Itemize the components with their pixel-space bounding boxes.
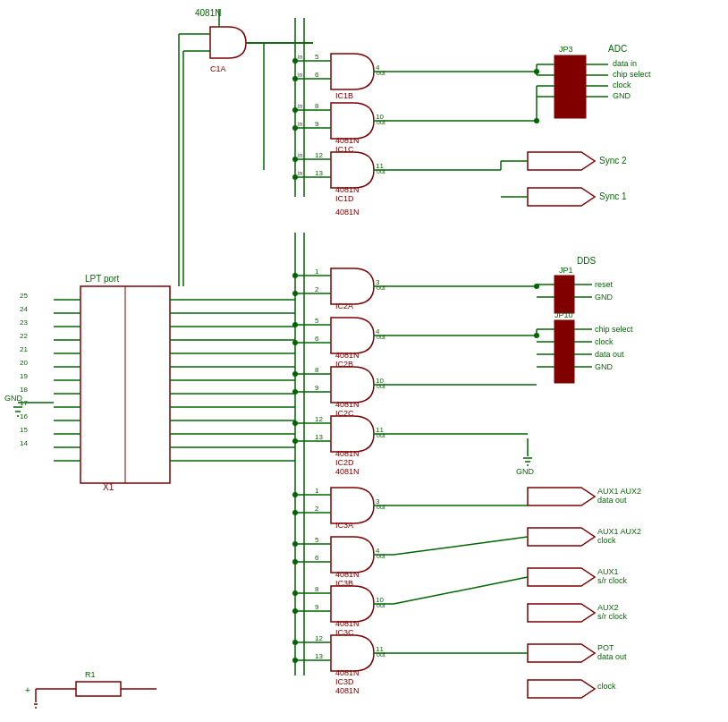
svg-text:6: 6 [315,71,319,79]
svg-text:in: in [298,72,303,78]
svg-text:Sync 2: Sync 2 [599,156,627,166]
svg-text:4081N: 4081N [335,449,360,458]
svg-text:data out: data out [597,496,627,505]
svg-text:8: 8 [315,366,319,374]
svg-text:s/r clock: s/r clock [597,576,628,585]
svg-text:DDS: DDS [577,256,596,266]
svg-text:18: 18 [20,386,28,394]
svg-text:25: 25 [20,292,28,300]
svg-text:8: 8 [315,585,319,593]
svg-text:out: out [377,602,385,608]
svg-rect-65 [554,55,586,118]
svg-text:14: 14 [20,439,28,447]
svg-text:clock: clock [595,337,614,346]
svg-text:out: out [377,168,385,174]
svg-text:out: out [377,383,385,389]
svg-text:data out: data out [597,652,627,661]
svg-text:ADC: ADC [608,44,627,54]
svg-text:13: 13 [315,433,323,441]
svg-text:13: 13 [315,652,323,660]
svg-text:4081N: 4081N [335,570,360,579]
svg-text:4081N: 4081N [335,668,360,677]
svg-text:R1: R1 [85,670,96,679]
svg-text:24: 24 [20,305,28,313]
svg-text:9: 9 [315,603,319,611]
svg-text:POT: POT [597,643,614,652]
svg-text:out: out [377,334,385,340]
svg-text:out: out [377,119,385,125]
svg-text:13: 13 [315,169,323,177]
svg-text:5: 5 [315,536,319,544]
svg-text:IC3D: IC3D [335,677,354,686]
svg-marker-93 [528,604,595,622]
svg-text:AUX2: AUX2 [597,603,619,612]
svg-text:22: 22 [20,332,28,340]
svg-text:5: 5 [315,53,319,61]
svg-text:in: in [298,121,303,127]
svg-text:2: 2 [315,285,319,293]
svg-point-148 [534,284,539,289]
svg-text:X1: X1 [103,482,114,492]
svg-text:+: + [25,685,30,695]
svg-rect-97 [76,682,121,696]
svg-rect-74 [554,276,574,313]
svg-text:5: 5 [315,317,319,325]
svg-marker-91 [528,528,595,546]
svg-text:4081N: 4081N [335,136,360,145]
svg-text:19: 19 [20,372,28,380]
svg-text:6: 6 [315,554,319,562]
svg-text:4081N: 4081N [335,185,360,194]
svg-text:data in: data in [613,59,637,68]
svg-text:2: 2 [315,505,319,513]
svg-text:JP10: JP10 [554,310,573,319]
svg-text:AUX1 AUX2: AUX1 AUX2 [597,527,641,536]
svg-text:4081N: 4081N [335,400,360,409]
svg-text:chip select: chip select [595,325,633,334]
svg-text:IC2D: IC2D [335,458,354,467]
svg-text:GND: GND [4,394,23,403]
svg-text:IC1C: IC1C [335,145,354,154]
svg-text:AUX1 AUX2: AUX1 AUX2 [597,487,641,496]
svg-text:GND: GND [613,91,631,100]
svg-text:IC3B: IC3B [335,579,353,588]
svg-text:clock: clock [597,682,616,691]
svg-marker-94 [528,644,595,662]
svg-text:out: out [377,504,385,510]
svg-text:23: 23 [20,319,28,327]
svg-rect-79 [554,320,574,383]
svg-text:in: in [298,103,303,109]
svg-text:4081N: 4081N [195,8,221,18]
svg-point-121 [534,69,539,74]
svg-text:IC1B: IC1B [335,91,353,100]
svg-marker-92 [528,568,595,586]
svg-text:clock: clock [613,81,631,89]
svg-text:16: 16 [20,412,28,420]
svg-text:20: 20 [20,359,28,367]
svg-text:out: out [377,553,385,559]
svg-text:reset: reset [595,280,614,289]
svg-text:9: 9 [315,120,319,128]
svg-text:AUX1: AUX1 [597,567,619,576]
schematic: 4081N C1A IC1B 4081N IC1C 4081N IC1D 408… [0,0,728,722]
svg-text:clock: clock [597,536,616,545]
svg-text:4081N: 4081N [335,208,360,217]
svg-text:8: 8 [315,102,319,110]
svg-text:out: out [377,70,385,76]
svg-text:6: 6 [315,335,319,343]
svg-text:4081N: 4081N [335,619,360,628]
svg-text:data out: data out [595,350,624,359]
svg-text:IC1D: IC1D [335,194,354,203]
svg-text:out: out [377,432,385,438]
svg-text:9: 9 [315,384,319,392]
svg-text:IC2A: IC2A [335,302,353,310]
svg-text:GND: GND [595,362,614,371]
svg-text:1: 1 [315,268,319,276]
svg-marker-95 [528,680,595,698]
svg-text:LPT port: LPT port [85,274,119,284]
svg-text:12: 12 [315,415,323,423]
svg-marker-90 [528,488,595,505]
svg-text:GND: GND [595,293,614,302]
svg-point-151 [534,333,539,338]
svg-text:out: out [377,285,385,291]
svg-text:out: out [377,651,385,658]
